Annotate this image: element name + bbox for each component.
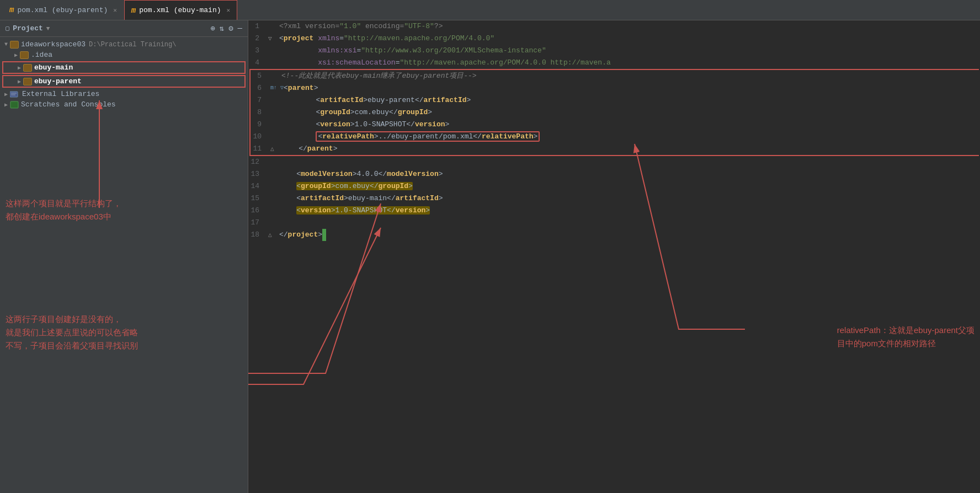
sidebar-header: ▢ Project ▼ ⊕ ⇅ ⚙ — — [0, 20, 248, 37]
arrow-ebuy-main: ▶ — [15, 65, 23, 71]
svg-rect-3 — [10, 101, 18, 108]
ebuy-main-label: ebuy-main — [34, 63, 73, 72]
code-line-8: 8 <groupId>com.ebuy</groupId> — [249, 106, 979, 119]
minimize-icon[interactable]: — — [238, 24, 242, 33]
tree-item-ext-lib[interactable]: ▶ External Libraries — [0, 89, 248, 99]
code-line-13: 13 <modelVersion>4.0.0</modelVersion> — [248, 168, 980, 180]
tree-item-ebuy-main[interactable]: ▶ ebuy-main — [2, 61, 246, 74]
tab-main[interactable]: m pom.xml (ebuy-main) ✕ — [124, 0, 237, 20]
ext-lib-icon — [10, 90, 20, 98]
code-line-10: 10 <relativePath>../ebuy-parent/pom.xml<… — [249, 131, 979, 143]
code-line-7: 7 <artifactId>ebuy-parent</artifactId> — [249, 94, 979, 106]
sidebar-title: ▢ Project ▼ — [6, 24, 50, 33]
workspace-path: D:\Practical Training\ — [89, 41, 176, 49]
tree-item-ebuy-parent[interactable]: ▶ ebuy-parent — [2, 75, 246, 88]
tab-parent[interactable]: m pom.xml (ebuy-parent) ✕ — [2, 0, 124, 20]
code-line-3: 3 xmlns:xsi="http://www.w3.org/2001/XMLS… — [248, 45, 980, 57]
tab-bar: m pom.xml (ebuy-parent) ✕ m pom.xml (ebu… — [0, 0, 980, 20]
folder-icon-workspace — [10, 41, 19, 49]
arrow-scratches: ▶ — [2, 101, 10, 108]
code-line-2: 2 ▽ <project xmlns="http://maven.apache.… — [248, 33, 980, 45]
tab-main-close[interactable]: ✕ — [227, 7, 231, 14]
sidebar-icons: ⊕ ⇅ ⚙ — — [210, 24, 242, 33]
code-line-5: 5 <!--此处就是代表ebuy-main继承了ebuy-parent项目--> — [249, 69, 979, 82]
ext-lib-label: External Libraries — [22, 90, 99, 98]
sidebar-title-label: Project — [13, 24, 43, 33]
settings-icon[interactable]: ⚙ — [228, 24, 233, 33]
scratches-label: Scratches and Consoles — [21, 100, 116, 109]
folder-icon-ebuy-main — [23, 64, 32, 72]
code-line-17: 17 — [248, 217, 980, 229]
svg-rect-0 — [10, 92, 18, 97]
tree-item-workspace[interactable]: ▼ ideaworkspace03 D:\Practical Training\ — [0, 39, 248, 50]
arrow-ext-lib: ▶ — [2, 91, 10, 98]
workspace-label: ideaworkspace03 — [21, 40, 86, 49]
arrow-idea: ▶ — [12, 52, 20, 58]
tree-item-scratches[interactable]: ▶ Scratches and Consoles — [0, 99, 248, 110]
scratches-icon — [10, 101, 19, 109]
tab-main-label: pom.xml (ebuy-main) — [139, 6, 221, 14]
annotation-right: relativePath：这就是ebuy-parent父项 目中的pom文件的相… — [837, 324, 974, 350]
code-line-6: 6 m↑ ▽ <parent> — [249, 82, 979, 94]
sync-icon[interactable]: ⇅ — [220, 24, 224, 33]
tree-item-idea[interactable]: ▶ .idea — [0, 50, 248, 60]
ebuy-parent-label: ebuy-parent — [34, 77, 82, 85]
folder-icon-ebuy-parent — [23, 78, 32, 85]
code-line-9: 9 <version>1.0-SNAPSHOT</version> — [249, 119, 979, 131]
add-icon[interactable]: ⊕ — [210, 24, 215, 33]
code-line-12: 12 — [248, 156, 980, 168]
tab-parent-label: pom.xml (ebuy-parent) — [17, 6, 108, 14]
code-line-18: 18 △ </project> — [248, 229, 980, 241]
tab-main-icon: m — [131, 6, 136, 15]
tree-area: ▼ ideaworkspace03 D:\Practical Training\… — [0, 37, 248, 493]
code-line-14: 14 <groupId>com.ebuy</groupId> — [248, 180, 980, 192]
code-line-15: 15 <artifactId>ebuy-main</artifactId> — [248, 192, 980, 205]
editor-area: 1 <?xml version="1.0" encoding="UTF-8"?>… — [248, 20, 980, 493]
code-line-11: 11 △ </parent> — [249, 143, 979, 156]
folder-icon-idea — [20, 51, 29, 59]
code-line-16: 16 <version>1.0-SNAPSHOT</version> — [248, 205, 980, 217]
code-line-4: 4 xsi:schemaLocation="http://maven.apach… — [248, 57, 980, 69]
sidebar: ▢ Project ▼ ⊕ ⇅ ⚙ — ▼ ideaworkspace03 D:… — [0, 20, 248, 493]
arrow-ebuy-parent: ▶ — [15, 78, 23, 85]
arrow-workspace: ▼ — [2, 41, 10, 47]
code-content[interactable]: 1 <?xml version="1.0" encoding="UTF-8"?>… — [248, 20, 980, 493]
idea-label: .idea — [31, 51, 52, 59]
code-line-1: 1 <?xml version="1.0" encoding="UTF-8"?> — [248, 20, 980, 33]
tab-parent-icon: m — [9, 6, 14, 14]
tab-parent-close[interactable]: ✕ — [113, 7, 117, 14]
main-layout: ▢ Project ▼ ⊕ ⇅ ⚙ — ▼ ideaworkspace03 D:… — [0, 20, 980, 493]
